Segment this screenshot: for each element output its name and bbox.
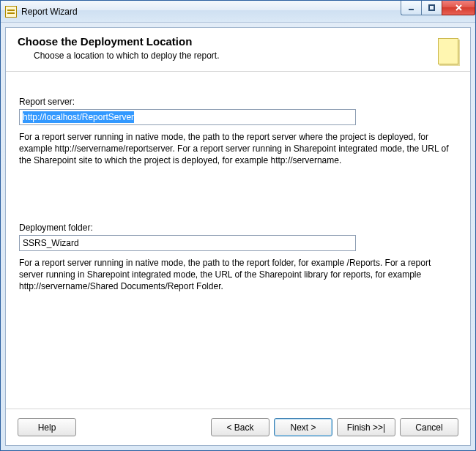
title-bar[interactable]: Report Wizard (1, 1, 475, 23)
report-server-input[interactable]: http://localhost/ReportServer (19, 109, 356, 125)
app-icon (5, 6, 17, 18)
deployment-folder-input[interactable] (19, 235, 356, 251)
page-title: Choose the Deployment Location (18, 35, 458, 48)
next-button[interactable]: Next > (274, 418, 332, 436)
report-server-help: For a report server running in native mo… (19, 131, 457, 167)
svg-rect-1 (429, 5, 434, 10)
report-server-label: Report server: (19, 97, 457, 107)
window-controls (401, 1, 475, 15)
close-icon (455, 4, 463, 12)
chrome-border: Choose the Deployment Location Choose a … (1, 23, 475, 450)
help-button[interactable]: Help (18, 418, 76, 436)
finish-button[interactable]: Finish >>| (337, 418, 395, 436)
wizard-footer: Help < Back Next > Finish >>| Cancel (6, 409, 470, 445)
cancel-button[interactable]: Cancel (400, 418, 458, 436)
maximize-icon (428, 4, 436, 12)
report-wizard-window: Report Wizard Choose the Deployment Loca… (0, 0, 476, 451)
deployment-folder-label: Deployment folder: (19, 223, 457, 233)
wizard-header: Choose the Deployment Location Choose a … (6, 28, 470, 72)
maximize-button[interactable] (421, 1, 442, 15)
close-button[interactable] (442, 1, 475, 15)
deployment-folder-help: For a report server running in native mo… (19, 257, 457, 293)
page-subtitle: Choose a location to which to deploy the… (34, 51, 458, 61)
report-icon (434, 35, 463, 70)
window-title: Report Wizard (21, 7, 78, 17)
report-server-value: http://localhost/ReportServer (23, 111, 134, 123)
back-button[interactable]: < Back (211, 418, 269, 436)
minimize-button[interactable] (401, 1, 421, 15)
client-area: Choose the Deployment Location Choose a … (5, 27, 471, 446)
minimize-icon (407, 4, 415, 12)
wizard-body: Report server: http://localhost/ReportSe… (6, 72, 470, 409)
